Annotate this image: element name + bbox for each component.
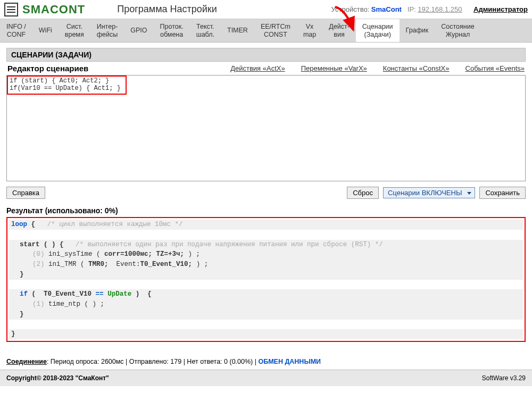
tab-12[interactable]: График <box>400 19 435 42</box>
ip-label: IP: <box>408 5 416 13</box>
tab-2[interactable]: Сист.время <box>59 19 90 42</box>
tab-6[interactable]: Текст.шабл. <box>190 19 221 42</box>
script-editor[interactable] <box>7 76 525 181</box>
device-name[interactable]: SmaCont <box>371 5 402 13</box>
code-fn: ini_sysTime <box>48 250 93 258</box>
code-kw: loop <box>11 221 27 228</box>
section-title: СЦЕНАРИИ (ЗАДАЧИ) <box>6 48 526 62</box>
code-val: UpDate <box>107 290 131 298</box>
tab-9[interactable]: Vxmap <box>297 19 322 42</box>
code-args: TMR0; <box>88 261 109 268</box>
code-comment: /* выполняется один раз при подаче напря… <box>76 241 383 248</box>
tab-0[interactable]: INFO /CONF <box>0 19 32 42</box>
tab-3[interactable]: Интер-фейсы <box>90 19 124 42</box>
tab-1[interactable]: WiFi <box>32 19 59 42</box>
tab-5[interactable]: Проток.обмена <box>154 19 190 42</box>
device-label: Устройство: <box>331 5 370 13</box>
device-info: Устройство: SmaCont IP: 192.168.1.250 Ад… <box>331 5 528 13</box>
conn-text: : Период опроса: 2600мс | Отправлено: 17… <box>47 358 259 365</box>
copyright: Copyright© 2018-2023 "СмаКонт" <box>6 374 109 382</box>
scenarios-enabled-select[interactable]: Сценарии ВКЛЮЧЕНЫ <box>383 187 475 198</box>
connection-status: Соединение: Период опроса: 2600мс | Отпр… <box>0 342 532 370</box>
result-code: loop { /* цикл выполняется каждые 10мс *… <box>9 220 523 339</box>
code-args: T0_Event_V10; <box>140 261 193 268</box>
code-idx: (0) <box>32 250 45 258</box>
version: SoftWare v3.29 <box>482 374 526 382</box>
save-button[interactable]: Сохранить <box>479 187 526 199</box>
code-fn: time_ntp <box>48 300 80 308</box>
footer-bar: Copyright© 2018-2023 "СмаКонт" SoftWare … <box>0 370 532 386</box>
admin-link[interactable]: Администратор <box>473 5 528 13</box>
conn-label: Соединение <box>6 358 47 365</box>
editor-label: Редактор сценариев <box>7 64 88 73</box>
result-box: loop { /* цикл выполняется каждые 10мс *… <box>6 217 526 342</box>
tab-11[interactable]: Сценарии(Задачи) <box>356 19 400 42</box>
code-fn: ini_TMR <box>48 261 77 268</box>
tab-13[interactable]: СостояниеЖурнал <box>435 19 480 42</box>
editor-link-3[interactable]: События «Events» <box>466 64 525 72</box>
editor-link-2[interactable]: Константы «ConstX» <box>383 64 450 72</box>
result-label: Результат (использовано: 0%) <box>6 204 526 217</box>
conn-exchange: ОБМЕН ДАННЫМИ <box>258 358 321 365</box>
editor-links: Действия «ActX»Переменные «VarX»Констант… <box>230 64 525 72</box>
code-args: corr=1000мс; TZ=+3ч; <box>104 250 184 258</box>
tab-8[interactable]: EE/RTCmCONST <box>254 19 297 42</box>
tab-4[interactable]: GPIO <box>124 19 153 42</box>
help-button[interactable]: Справка <box>6 187 45 199</box>
top-bar: SMACONT Программа Настройки Устройство: … <box>0 0 532 19</box>
code-kw: if <box>20 290 28 298</box>
tab-10[interactable]: Дейст-вия <box>322 19 356 42</box>
editor-link-1[interactable]: Переменные «VarX» <box>301 64 367 72</box>
editor-link-0[interactable]: Действия «ActX» <box>230 64 285 72</box>
logo: SMACONT <box>22 3 85 16</box>
code-idx: (2) <box>32 261 45 268</box>
code-start: start <box>20 241 40 248</box>
code-idx: (1) <box>32 300 45 308</box>
code-op: == <box>96 290 104 298</box>
code-var: T0_Event_V10 <box>44 290 92 298</box>
tab-7[interactable]: TIMER <box>221 19 254 42</box>
code-comment: /* цикл выполняется каждые 10мс */ <box>47 221 183 228</box>
code-args: Event: <box>117 261 140 268</box>
menu-icon[interactable] <box>4 3 18 16</box>
reset-button[interactable]: Сброс <box>347 187 379 199</box>
editor-box <box>6 75 526 181</box>
tab-bar: INFO /CONFWiFiСист.времяИнтер-фейсыGPIOП… <box>0 19 532 43</box>
ip-address[interactable]: 192.168.1.250 <box>418 5 462 13</box>
page-title: Программа Настройки <box>117 4 217 15</box>
